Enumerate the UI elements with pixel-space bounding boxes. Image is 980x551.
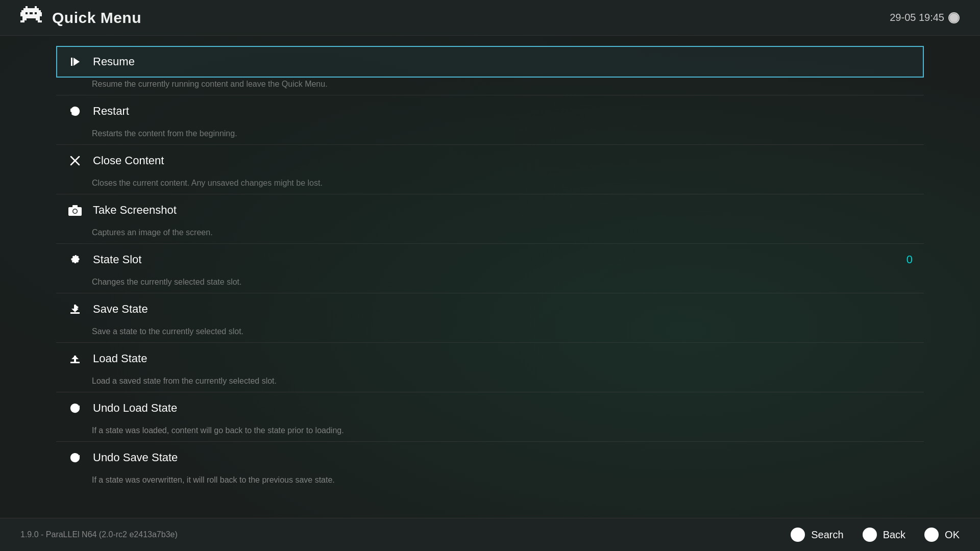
- svg-marker-22: [74, 58, 80, 66]
- footer-actions: Search Back OK: [790, 527, 960, 543]
- camera-icon: [67, 203, 83, 218]
- undo-load-icon: [67, 400, 83, 416]
- state-slot-description: Changes the currently selected state slo…: [56, 276, 924, 293]
- svg-marker-32: [71, 309, 79, 312]
- svg-marker-35: [71, 356, 79, 359]
- back-action[interactable]: Back: [862, 527, 905, 543]
- svg-point-27: [74, 210, 77, 213]
- menu-item-state-slot[interactable]: State Slot 0: [56, 244, 924, 276]
- svg-point-45: [933, 533, 936, 536]
- undo-save-icon: [67, 450, 83, 465]
- svg-point-41: [870, 531, 873, 534]
- close-icon: [67, 153, 83, 168]
- search-action[interactable]: Search: [790, 527, 843, 543]
- menu-item-save-state[interactable]: Save State: [56, 293, 924, 325]
- ok-action[interactable]: OK: [923, 527, 960, 543]
- svg-rect-29: [70, 312, 80, 314]
- svg-rect-6: [37, 8, 39, 10]
- svg-point-44: [927, 533, 930, 536]
- version-text: 1.9.0 - ParaLLEl N64 (2.0-rc2 e2413a7b3e…: [20, 530, 178, 539]
- load-state-description: Load a saved state from the currently se…: [56, 374, 924, 392]
- menu-item-load-state[interactable]: Load State: [56, 343, 924, 374]
- svg-rect-0: [26, 6, 28, 8]
- svg-rect-1: [35, 6, 37, 8]
- menu-item-take-screenshot[interactable]: Take Screenshot: [56, 194, 924, 226]
- back-icon: [862, 527, 878, 543]
- svg-rect-8: [20, 12, 26, 14]
- svg-rect-7: [21, 10, 41, 12]
- svg-point-43: [925, 528, 938, 541]
- svg-point-40: [863, 528, 876, 541]
- ok-label: OK: [945, 529, 960, 541]
- menu-item-undo-save-state[interactable]: Undo Save State: [56, 442, 924, 473]
- undo-save-state-label: Undo Save State: [93, 451, 913, 464]
- svg-rect-14: [22, 18, 27, 20]
- menu-item-close-content[interactable]: Close Content: [56, 145, 924, 177]
- resume-label: Resume: [93, 55, 913, 68]
- svg-rect-11: [37, 12, 42, 14]
- svg-rect-21: [71, 58, 72, 66]
- take-screenshot-description: Captures an image of the screen.: [56, 226, 924, 243]
- main-content: Resume Resume the currently running cont…: [0, 36, 980, 518]
- svg-rect-9: [28, 12, 30, 14]
- close-content-label: Close Content: [93, 154, 913, 167]
- undo-load-state-label: Undo Load State: [93, 402, 913, 415]
- state-slot-label: State Slot: [93, 253, 896, 266]
- page-title: Quick Menu: [52, 9, 141, 27]
- close-content-description: Closes the current content. Any unsaved …: [56, 177, 924, 194]
- back-label: Back: [883, 529, 905, 541]
- menu-item-resume[interactable]: Resume: [56, 46, 924, 78]
- resume-icon: [67, 54, 83, 69]
- undo-save-state-description: If a state was overwritten, it will roll…: [56, 473, 924, 491]
- save-state-label: Save State: [93, 303, 913, 316]
- svg-rect-10: [33, 12, 35, 14]
- svg-rect-3: [26, 8, 28, 10]
- svg-rect-16: [20, 20, 24, 22]
- download-icon: [67, 302, 83, 317]
- state-slot-value: 0: [906, 253, 913, 266]
- footer: 1.9.0 - ParaLLEl N64 (2.0-rc2 e2413a7b3e…: [0, 518, 980, 551]
- datetime-display: 29-05 19:45: [890, 12, 960, 23]
- clock-icon: [948, 12, 960, 23]
- svg-rect-15: [36, 18, 40, 20]
- restart-icon: [67, 104, 83, 119]
- gear-icon: [67, 252, 83, 267]
- svg-rect-28: [72, 205, 78, 208]
- restart-label: Restart: [93, 105, 913, 118]
- save-state-description: Save a state to the currently selected s…: [56, 325, 924, 342]
- search-icon: [790, 527, 806, 543]
- header-left: Quick Menu: [20, 6, 141, 29]
- game-icon: [20, 6, 42, 29]
- svg-rect-5: [35, 8, 37, 10]
- svg-rect-12: [20, 14, 42, 16]
- take-screenshot-label: Take Screenshot: [93, 204, 913, 217]
- undo-load-state-description: If a state was loaded, content will go b…: [56, 424, 924, 441]
- svg-rect-13: [22, 16, 40, 18]
- svg-rect-4: [28, 8, 35, 10]
- resume-description: Resume the currently running content and…: [56, 78, 924, 95]
- load-state-label: Load State: [93, 352, 913, 365]
- ok-icon: [923, 527, 940, 543]
- svg-point-42: [866, 535, 869, 538]
- svg-rect-2: [23, 8, 26, 10]
- restart-description: Restarts the content from the beginning.: [56, 127, 924, 144]
- menu-item-undo-load-state[interactable]: Undo Load State: [56, 392, 924, 424]
- header: Quick Menu 29-05 19:45: [0, 0, 980, 36]
- search-label: Search: [811, 529, 843, 541]
- datetime-text: 29-05 19:45: [890, 12, 944, 23]
- upload-icon: [67, 351, 83, 366]
- menu-item-restart[interactable]: Restart: [56, 95, 924, 127]
- svg-rect-17: [38, 20, 42, 22]
